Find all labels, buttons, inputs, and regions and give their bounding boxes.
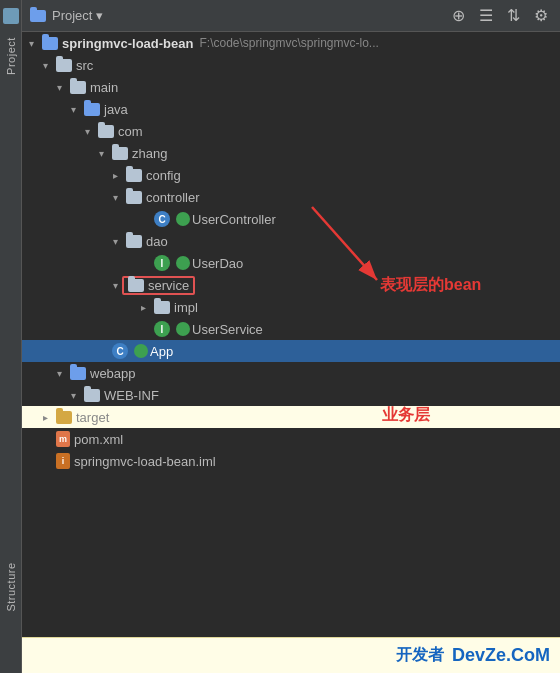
dao-folder-icon	[126, 235, 142, 248]
settings-button[interactable]: ⚙	[530, 4, 552, 27]
arrow-webapp	[52, 366, 66, 380]
userdao-interface-icon: I	[154, 255, 170, 271]
tree-row-pomxml[interactable]: m pom.xml	[22, 428, 560, 450]
arrow-zhang	[94, 146, 108, 160]
impl-folder-icon	[154, 301, 170, 314]
java-folder-icon	[84, 103, 100, 116]
service-highlight-box: service	[122, 276, 195, 295]
project-icon	[42, 37, 58, 50]
tree-row-service[interactable]: service	[22, 274, 560, 296]
userservice-interface-icon: I	[154, 321, 170, 337]
target-folder-icon	[56, 411, 72, 424]
userdao-source-icon	[176, 256, 190, 270]
main-label: main	[90, 80, 118, 95]
tree-row-webinf[interactable]: WEB-INF	[22, 384, 560, 406]
main-panel: Project ▾ ⊕ ☰ ⇅ ⚙ springmvc-load-bean F:…	[22, 0, 560, 673]
arrow-java	[66, 102, 80, 116]
tree-row-zhang[interactable]: zhang	[22, 142, 560, 164]
tree-row-project[interactable]: springmvc-load-bean F:\code\springmvc\sp…	[22, 32, 560, 54]
project-name: springmvc-load-bean	[62, 36, 193, 51]
zhang-folder-icon	[112, 147, 128, 160]
tree-row-java[interactable]: java	[22, 98, 560, 120]
app-source-icon	[134, 344, 148, 358]
project-folder-icon	[30, 10, 46, 22]
arrow-dao	[108, 234, 122, 248]
arrow-service	[108, 278, 122, 292]
tree-row-config[interactable]: config	[22, 164, 560, 186]
app-class-icon: C	[112, 343, 128, 359]
tree-row-impl[interactable]: impl	[22, 296, 560, 318]
toolbar-title-area: Project ▾	[30, 8, 440, 23]
sort-button[interactable]: ⇅	[503, 4, 524, 27]
project-tab-icon	[3, 8, 19, 24]
arrow-impl	[136, 300, 150, 314]
usercontroller-label: UserController	[192, 212, 276, 227]
config-folder-icon	[126, 169, 142, 182]
toolbar-title-text[interactable]: Project ▾	[52, 8, 103, 23]
webinf-label: WEB-INF	[104, 388, 159, 403]
arrow-webinf	[66, 388, 80, 402]
project-tab-label[interactable]: Project	[5, 37, 17, 75]
iml-icon: i	[56, 453, 70, 469]
tree-row-usercontroller[interactable]: C UserController	[22, 208, 560, 230]
controller-folder-icon	[126, 191, 142, 204]
usercontroller-class-icon: C	[154, 211, 170, 227]
config-label: config	[146, 168, 181, 183]
pomxml-icon: m	[56, 431, 70, 447]
tree-row-com[interactable]: com	[22, 120, 560, 142]
webapp-label: webapp	[90, 366, 136, 381]
project-path: F:\code\springmvc\springmvc-lo...	[199, 36, 378, 50]
left-sidebar: Project Structure	[0, 0, 22, 673]
arrow-project	[24, 36, 38, 50]
userdao-label: UserDao	[192, 256, 243, 271]
arrow-src	[38, 58, 52, 72]
tree-row-src[interactable]: src	[22, 54, 560, 76]
list-button[interactable]: ☰	[475, 4, 497, 27]
userservice-label: UserService	[192, 322, 263, 337]
tree-row-app[interactable]: C App	[22, 340, 560, 362]
main-folder-icon	[70, 81, 86, 94]
src-label: src	[76, 58, 93, 73]
tree-row-target[interactable]: target	[22, 406, 560, 428]
usercontroller-source-icon	[176, 212, 190, 226]
tree-row-controller[interactable]: controller	[22, 186, 560, 208]
arrow-config	[108, 168, 122, 182]
iml-label: springmvc-load-bean.iml	[74, 454, 216, 469]
tree-row-dao[interactable]: dao	[22, 230, 560, 252]
src-folder-icon	[56, 59, 72, 72]
toolbar-actions: ⊕ ☰ ⇅ ⚙	[448, 4, 552, 27]
tree-row-userdao[interactable]: I UserDao	[22, 252, 560, 274]
java-label: java	[104, 102, 128, 117]
tree-row-webapp[interactable]: webapp	[22, 362, 560, 384]
target-label: target	[76, 410, 109, 425]
tree-row-iml[interactable]: i springmvc-load-bean.iml	[22, 450, 560, 472]
userservice-source-icon	[176, 322, 190, 336]
add-button[interactable]: ⊕	[448, 4, 469, 27]
structure-tab-label[interactable]: Structure	[5, 562, 17, 611]
watermark-label1: 开发者	[396, 645, 444, 666]
controller-label: controller	[146, 190, 199, 205]
toolbar: Project ▾ ⊕ ☰ ⇅ ⚙	[22, 0, 560, 32]
webapp-folder-icon	[70, 367, 86, 380]
service-folder-icon	[128, 279, 144, 292]
tree-content: springmvc-load-bean F:\code\springmvc\sp…	[22, 32, 560, 637]
tree-row-main[interactable]: main	[22, 76, 560, 98]
app-label: App	[150, 344, 173, 359]
arrow-target	[38, 410, 52, 424]
watermark-label2: DevZe.CoM	[452, 645, 550, 666]
dao-label: dao	[146, 234, 168, 249]
tree-row-userservice[interactable]: I UserService	[22, 318, 560, 340]
arrow-com	[80, 124, 94, 138]
com-folder-icon	[98, 125, 114, 138]
pomxml-label: pom.xml	[74, 432, 123, 447]
watermark-bar: 开发者 DevZe.CoM	[22, 637, 560, 673]
impl-label: impl	[174, 300, 198, 315]
com-label: com	[118, 124, 143, 139]
arrow-main	[52, 80, 66, 94]
webinf-folder-icon	[84, 389, 100, 402]
service-label: service	[148, 278, 189, 293]
arrow-controller	[108, 190, 122, 204]
zhang-label: zhang	[132, 146, 167, 161]
